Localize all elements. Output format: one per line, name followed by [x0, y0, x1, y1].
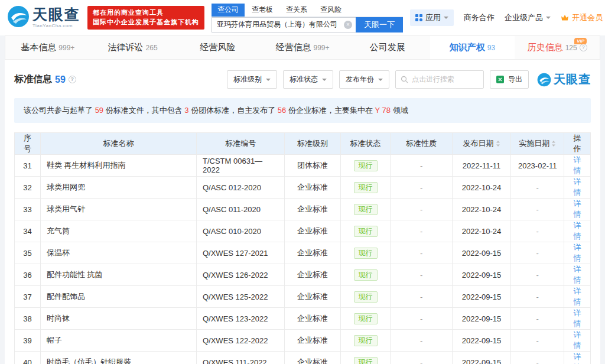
- detail-link[interactable]: 详情: [574, 155, 581, 175]
- tab-count: 125: [565, 44, 577, 52]
- detail-link[interactable]: 详情: [574, 199, 581, 219]
- notice-text: 份企业标准，主要集中在: [286, 106, 375, 115]
- search-tab-查关系[interactable]: 查关系: [280, 4, 313, 17]
- top-header: 天眼查 TianYanCha.com 都在用的商业查询工具 国际中小企业发展子基…: [0, 0, 605, 35]
- table-row: 35保温杯Q/XWES 127-2021企业标准现行-2022-09-15-详情: [15, 242, 591, 264]
- cell-impl-date: -: [511, 242, 564, 264]
- cell-code: T/CSTM 00631—2022: [196, 155, 284, 177]
- tab-经营风险[interactable]: 经营风险: [175, 36, 260, 59]
- detail-link[interactable]: 详情: [574, 352, 581, 364]
- cell-impl-date: 2023-02-11: [511, 155, 564, 177]
- cell-impl-date: -: [511, 177, 564, 199]
- sortable-header: 实施日期: [519, 138, 556, 149]
- cell-nature: -: [391, 220, 452, 242]
- table-row: 39帽子Q/XWES 122-2022企业标准现行-2022-09-15-详情: [15, 330, 591, 352]
- cell-name: 鞋类 再生材料利用指南: [40, 155, 196, 177]
- tianyancha-logo-icon: [7, 5, 30, 30]
- col-header-标准级别: 标准级别: [285, 133, 340, 155]
- cell-code: Q/ASC 010-2020: [196, 220, 284, 242]
- standards-panel: 标准信息 59 ? 标准级别标准状态发布年份点击进行搜索导出天眼查 该公司共参与…: [5, 60, 600, 364]
- help-icon[interactable]: ?: [580, 44, 587, 51]
- notice-text: 份团体标准，自主发布了: [189, 106, 278, 115]
- cell-nature: -: [391, 242, 452, 264]
- cell-no: 38: [15, 308, 41, 330]
- cell-code: Q/XWES 122-2022: [196, 330, 284, 352]
- company-search-input[interactable]: [212, 17, 356, 32]
- detail-link[interactable]: 详情: [574, 221, 581, 240]
- cell-name: 配件功能性 抗菌: [40, 264, 196, 286]
- col-header-实施日期[interactable]: 实施日期: [511, 133, 564, 155]
- table-search-input[interactable]: 点击进行搜索: [395, 70, 484, 89]
- cell-nature: -: [391, 352, 452, 364]
- cell-status: 现行: [340, 220, 391, 242]
- tab-经营信息[interactable]: 经营信息999+: [260, 36, 345, 59]
- cell-nature: -: [391, 177, 452, 199]
- search-button[interactable]: 天眼一下: [356, 17, 403, 32]
- cell-pub-date: 2022-09-15: [452, 286, 511, 308]
- cell-nature: -: [391, 330, 452, 352]
- cell-nature: -: [391, 308, 452, 330]
- filter-标准级别[interactable]: 标准级别: [227, 70, 277, 89]
- cell-no: 40: [15, 352, 41, 364]
- nav-item-企业级产品[interactable]: 企业级产品: [505, 12, 551, 23]
- search-tab-查风险[interactable]: 查风险: [314, 4, 347, 17]
- tab-基本信息[interactable]: 基本信息999+: [5, 36, 90, 59]
- detail-link[interactable]: 详情: [574, 287, 581, 306]
- cell-level: 企业标准: [285, 220, 340, 242]
- detail-link[interactable]: 详情: [574, 243, 581, 262]
- excel-icon: [496, 76, 504, 83]
- tab-知识产权[interactable]: 知识产权93: [430, 36, 515, 59]
- tianyancha-logo[interactable]: 天眼查 TianYanCha.com: [7, 5, 80, 30]
- cell-pub-date: 2022-09-15: [452, 352, 511, 364]
- cell-impl-date: -: [511, 220, 564, 242]
- cell-no: 32: [15, 177, 41, 199]
- detail-link[interactable]: 详情: [574, 177, 581, 197]
- status-badge: 现行: [354, 204, 378, 215]
- tab-label: 知识产权: [450, 42, 485, 53]
- clear-icon[interactable]: ×: [344, 21, 352, 29]
- tab-count: 999+: [58, 44, 74, 52]
- col-header-发布日期[interactable]: 发布日期: [452, 133, 511, 155]
- chevron-down-icon: [546, 17, 551, 21]
- standards-table: 序号标准名称标准编号标准级别标准状态标准性质发布日期实施日期操作 31鞋类 再生…: [14, 132, 591, 364]
- search-tab-查老板[interactable]: 查老板: [246, 4, 279, 17]
- sort-icon: [496, 140, 500, 147]
- cell-pub-date: 2022-10-24: [452, 199, 511, 220]
- tab-历史信息[interactable]: 历史信息125?VIP: [515, 36, 600, 59]
- filter-标准状态[interactable]: 标准状态: [283, 70, 333, 89]
- cell-pub-date: 2022-10-24: [452, 177, 511, 199]
- nav-label: 企业级产品: [505, 12, 543, 23]
- cell-code: Q/XWES 111-2022: [196, 352, 284, 364]
- filter-row: 标准级别标准状态发布年份点击进行搜索导出天眼查: [227, 70, 591, 89]
- status-badge: 现行: [354, 357, 378, 364]
- export-button[interactable]: 导出: [490, 70, 529, 89]
- cell-no: 36: [15, 264, 41, 286]
- tab-公司发展[interactable]: 公司发展: [345, 36, 430, 59]
- cell-no: 34: [15, 220, 41, 242]
- filter-发布年份[interactable]: 发布年份: [339, 70, 389, 89]
- detail-link[interactable]: 详情: [574, 265, 581, 284]
- cell-nature: -: [391, 264, 452, 286]
- status-badge: 现行: [354, 313, 378, 324]
- cell-level: 企业标准: [285, 242, 340, 264]
- detail-link[interactable]: 详情: [574, 330, 581, 350]
- tab-法律诉讼[interactable]: 法律诉讼265: [90, 36, 175, 59]
- nav-item-开通会员[interactable]: 开通会员: [561, 12, 605, 23]
- nav-item-商务合作[interactable]: 商务合作: [464, 12, 495, 23]
- search-tab-查公司[interactable]: 查公司: [212, 4, 245, 17]
- cell-action: 详情: [564, 308, 591, 330]
- cell-no: 35: [15, 242, 41, 264]
- cell-pub-date: 2022-09-15: [452, 242, 511, 264]
- help-icon[interactable]: ?: [69, 76, 76, 83]
- search-placeholder: 点击进行搜索: [412, 74, 454, 84]
- nav-item-应用[interactable]: 应用: [410, 9, 454, 26]
- notice-text: 领域: [391, 106, 408, 115]
- tab-label: 公司发展: [370, 42, 405, 53]
- status-badge: 现行: [354, 335, 378, 346]
- cell-name: 时尚袜: [40, 308, 196, 330]
- status-badge: 现行: [354, 291, 378, 303]
- section-title: 标准信息 59 ?: [14, 73, 76, 86]
- detail-link[interactable]: 详情: [574, 308, 581, 328]
- table-row: 32球类用网兜Q/ASC 012-2020企业标准现行-2022-10-24-详…: [15, 177, 591, 199]
- cell-level: 企业标准: [285, 352, 340, 364]
